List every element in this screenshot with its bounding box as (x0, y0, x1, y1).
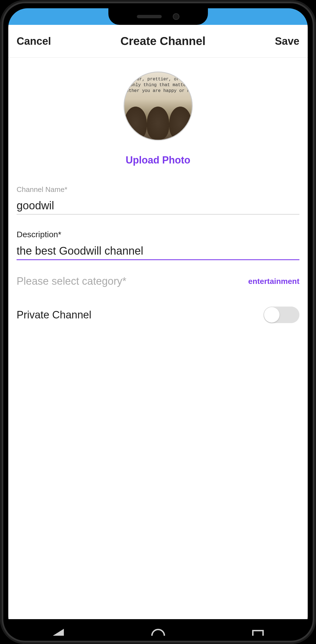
cancel-button[interactable]: Cancel (17, 35, 51, 47)
android-nav-bar (8, 619, 308, 636)
save-button[interactable]: Save (275, 35, 299, 47)
phone-notch (108, 8, 208, 25)
description-group: Description* (17, 230, 299, 260)
page-title: Create Channel (120, 35, 205, 48)
recents-button[interactable] (251, 629, 265, 636)
recents-icon (252, 630, 264, 636)
form-content: er, prettier, or only thing that matte e… (8, 58, 308, 619)
back-icon (53, 629, 64, 636)
phone-screen-container: Cancel Create Channel Save er, prettier,… (8, 8, 308, 636)
photo-section: er, prettier, or only thing that matte e… (17, 72, 299, 166)
channel-avatar[interactable]: er, prettier, or only thing that matte e… (124, 72, 193, 141)
channel-name-input[interactable] (17, 197, 299, 215)
private-channel-row: Private Channel (17, 307, 299, 323)
upload-photo-link[interactable]: Upload Photo (126, 154, 190, 166)
category-row[interactable]: Please select category* entertainment (17, 275, 299, 287)
private-channel-toggle[interactable] (263, 307, 299, 323)
description-input[interactable] (17, 242, 299, 260)
private-channel-label: Private Channel (17, 309, 91, 321)
description-label: Description* (17, 230, 299, 239)
app-screen: Cancel Create Channel Save er, prettier,… (8, 25, 308, 619)
home-icon (151, 629, 165, 636)
front-camera (173, 13, 179, 20)
phone-frame: Cancel Create Channel Save er, prettier,… (0, 0, 316, 644)
channel-name-group: Channel Name* (17, 185, 299, 215)
category-value: entertainment (248, 277, 299, 286)
avatar-image-text: er, prettier, or only thing that matte e… (126, 72, 190, 94)
speaker-grille (137, 15, 162, 18)
back-button[interactable] (51, 629, 65, 636)
channel-name-label: Channel Name* (17, 185, 299, 194)
header-bar: Cancel Create Channel Save (8, 25, 308, 58)
category-label: Please select category* (17, 275, 126, 287)
home-button[interactable] (151, 629, 165, 636)
avatar-image-faces (124, 107, 192, 140)
toggle-knob (264, 307, 280, 323)
